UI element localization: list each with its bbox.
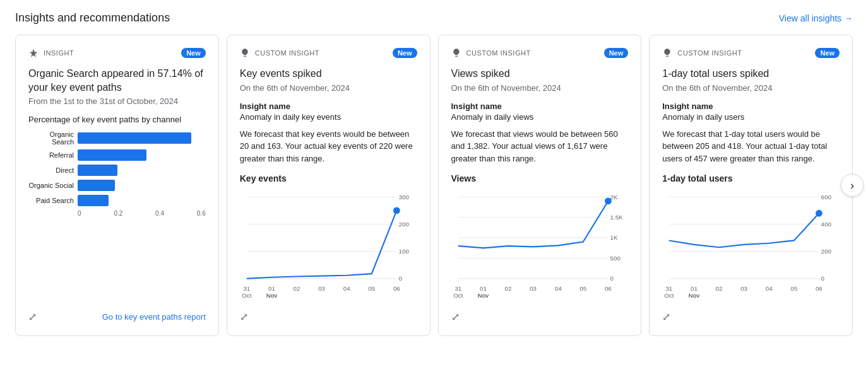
card-title: Key events spiked bbox=[240, 67, 417, 81]
bar-row: Referral bbox=[28, 149, 206, 161]
svg-text:200: 200 bbox=[398, 221, 409, 228]
page-container: Insights and recommendations View all in… bbox=[0, 0, 868, 336]
bar-row: Direct bbox=[28, 165, 206, 176]
card-type-label: CUSTOM INSIGHT bbox=[677, 49, 742, 57]
bar-label: Organic Social bbox=[28, 182, 74, 189]
next-arrow-button[interactable]: › bbox=[841, 174, 864, 197]
bar-label: Organic Search bbox=[28, 131, 74, 146]
card-footer: ⤢ bbox=[240, 305, 417, 323]
svg-text:Oct: Oct bbox=[664, 292, 674, 299]
svg-text:06: 06 bbox=[816, 285, 823, 292]
card-title: Organic Search appeared in 57.14% of you… bbox=[28, 67, 206, 94]
card-date: On the 6th of November, 2024 bbox=[662, 83, 840, 93]
page-title: Insights and recommendations bbox=[15, 11, 170, 25]
card-date: On the 6th of November, 2024 bbox=[451, 83, 629, 93]
svg-text:400: 400 bbox=[821, 221, 832, 228]
axis-label: 0.6 bbox=[197, 210, 206, 217]
svg-text:02: 02 bbox=[504, 285, 511, 292]
svg-text:04: 04 bbox=[343, 285, 350, 292]
bar-fill bbox=[78, 165, 117, 176]
svg-text:05: 05 bbox=[791, 285, 798, 292]
badge-new: New bbox=[815, 48, 840, 58]
svg-text:0: 0 bbox=[821, 275, 825, 282]
svg-text:Oct: Oct bbox=[453, 292, 463, 299]
bar-track bbox=[78, 149, 206, 161]
svg-text:100: 100 bbox=[398, 248, 409, 255]
svg-text:01: 01 bbox=[479, 285, 486, 292]
line-chart-svg: 300 200 100 0 31010203040506 OctNovNov bbox=[240, 189, 417, 302]
line-chart-svg: 2K 1.5K 1K 500 0 31010203040506 OctNovNo… bbox=[451, 189, 629, 302]
svg-text:06: 06 bbox=[393, 285, 400, 292]
svg-text:500: 500 bbox=[610, 255, 621, 262]
bar-row: Paid Search bbox=[28, 195, 206, 206]
axis-label: 0.2 bbox=[114, 210, 122, 217]
svg-text:0: 0 bbox=[398, 275, 402, 282]
go-to-report-link[interactable]: Go to key event paths report bbox=[102, 312, 206, 322]
svg-text:0: 0 bbox=[610, 275, 614, 282]
card-title: 1-day total users spiked bbox=[662, 67, 840, 81]
insight-name-label: Insight name bbox=[662, 102, 840, 111]
svg-text:31: 31 bbox=[666, 285, 673, 292]
sparkle-icon bbox=[28, 48, 39, 58]
chart-title: Percentage of key event paths by channel bbox=[28, 115, 206, 124]
axis-label: 0.4 bbox=[155, 210, 164, 217]
line-chart-wrap: 600 400 200 0 31010203040506 OctNovNov bbox=[662, 189, 840, 305]
expand-icon[interactable]: ⤢ bbox=[240, 311, 248, 323]
svg-text:2K: 2K bbox=[610, 194, 617, 201]
card-footer: ⤢ bbox=[451, 305, 629, 323]
expand-icon[interactable]: ⤢ bbox=[451, 311, 460, 323]
svg-text:01: 01 bbox=[691, 285, 698, 292]
line-chart-wrap: 300 200 100 0 31010203040506 OctNovNov bbox=[240, 189, 417, 305]
insight-name-value: Anomaly in daily users bbox=[662, 112, 840, 122]
svg-text:03: 03 bbox=[740, 285, 747, 292]
svg-text:05: 05 bbox=[580, 285, 586, 292]
bar-row: Organic Social bbox=[28, 180, 206, 191]
card-views: CUSTOM INSIGHT New Views spiked On the 6… bbox=[438, 35, 642, 336]
bar-label: Referral bbox=[28, 151, 74, 159]
svg-text:05: 05 bbox=[368, 285, 375, 292]
card-type-label: INSIGHT bbox=[44, 49, 74, 57]
bar-fill bbox=[78, 132, 191, 144]
card-footer: ⤢ bbox=[662, 305, 840, 323]
view-all-link[interactable]: View all insights → bbox=[779, 13, 853, 23]
expand-icon[interactable]: ⤢ bbox=[662, 311, 670, 323]
svg-text:1K: 1K bbox=[610, 234, 617, 241]
card-header-2: CUSTOM INSIGHT New bbox=[451, 48, 629, 58]
insight-desc: We forecast that views would be between … bbox=[451, 128, 629, 165]
insight-name-label: Insight name bbox=[451, 102, 629, 111]
section-title: Key events bbox=[240, 173, 417, 183]
bar-track bbox=[78, 180, 206, 191]
svg-text:06: 06 bbox=[604, 285, 611, 292]
bulb-icon bbox=[662, 48, 672, 58]
section-title: Views bbox=[451, 173, 629, 183]
svg-point-48 bbox=[816, 210, 823, 217]
badge-new: New bbox=[604, 48, 629, 58]
expand-icon[interactable]: ⤢ bbox=[28, 311, 37, 323]
card-header-3: CUSTOM INSIGHT New bbox=[662, 48, 840, 58]
svg-text:300: 300 bbox=[398, 194, 409, 201]
svg-point-29 bbox=[604, 198, 611, 205]
bulb-icon bbox=[240, 48, 250, 58]
bar-fill bbox=[78, 180, 115, 191]
bar-label: Paid Search bbox=[28, 197, 74, 204]
svg-text:Nov: Nov bbox=[477, 292, 488, 299]
svg-text:Nov: Nov bbox=[689, 292, 699, 299]
cards-row: INSIGHT New Organic Search appeared in 5… bbox=[15, 35, 853, 336]
svg-text:200: 200 bbox=[821, 248, 832, 255]
insight-name-label: Insight name bbox=[240, 102, 417, 111]
bar-chart-section: Percentage of key event paths by channel… bbox=[28, 115, 206, 305]
insight-desc: We forecast that key events would be bet… bbox=[240, 128, 417, 165]
insight-name-value: Anomaly in daily key events bbox=[240, 112, 417, 122]
svg-text:600: 600 bbox=[821, 194, 832, 201]
bar-row: Organic Search bbox=[28, 131, 206, 146]
svg-text:03: 03 bbox=[318, 285, 325, 292]
badge-new: New bbox=[181, 48, 206, 58]
bar-track bbox=[78, 195, 206, 206]
svg-text:02: 02 bbox=[293, 285, 300, 292]
svg-text:Oct: Oct bbox=[242, 292, 251, 299]
card-footer: ⤢ Go to key event paths report bbox=[28, 305, 206, 323]
bar-track bbox=[78, 165, 206, 176]
svg-text:31: 31 bbox=[243, 285, 250, 292]
bar-fill bbox=[78, 149, 146, 161]
card-type-label: CUSTOM INSIGHT bbox=[255, 49, 319, 57]
